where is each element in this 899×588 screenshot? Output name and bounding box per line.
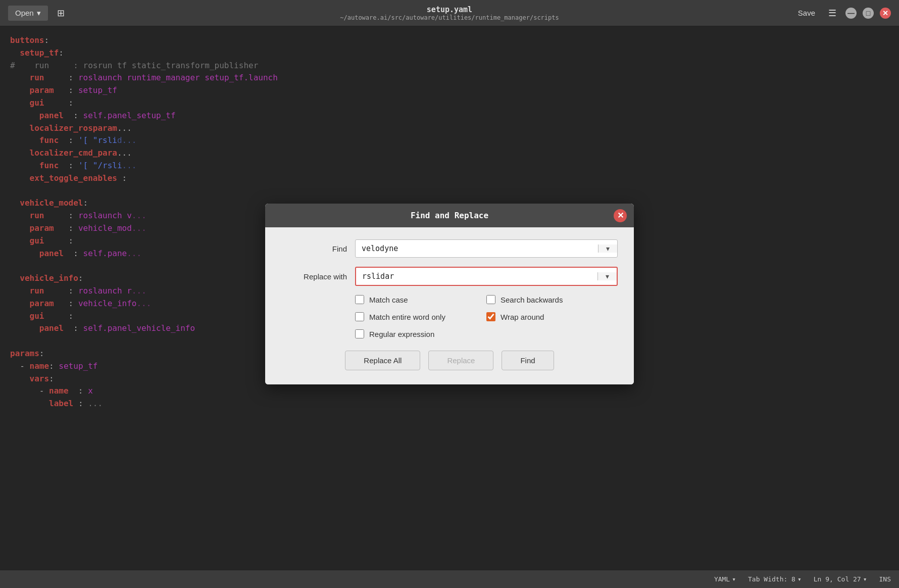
search-backwards-row[interactable]: Search backwards xyxy=(486,295,618,304)
monitor-icon[interactable]: ⊞ xyxy=(54,6,68,21)
tab-width-status[interactable]: Tab Width: 8 ▾ xyxy=(748,575,802,583)
wrap-around-checkbox[interactable] xyxy=(486,312,495,321)
open-chevron-icon: ▾ xyxy=(37,9,41,18)
match-case-label: Match case xyxy=(369,296,408,304)
language-icon: ▾ xyxy=(732,575,736,583)
options-row: Match case Match entire word only Regula… xyxy=(281,295,618,338)
ln-col-icon: ▾ xyxy=(863,575,867,583)
replace-input[interactable] xyxy=(356,268,597,285)
menu-icon[interactable]: ☰ xyxy=(825,6,839,21)
find-input[interactable] xyxy=(356,240,598,257)
language-label: YAML xyxy=(714,575,730,583)
regex-row[interactable]: Regular expression xyxy=(355,329,486,338)
find-dropdown-button[interactable]: ▾ xyxy=(598,244,617,253)
dialog-title: Find and Replace xyxy=(411,211,488,220)
dialog-close-icon: ✕ xyxy=(617,211,624,220)
option-col-right: Search backwards Wrap around xyxy=(486,295,618,338)
search-backwards-label: Search backwards xyxy=(501,296,563,304)
dialog-close-button[interactable]: ✕ xyxy=(614,209,627,222)
open-label: Open xyxy=(15,9,34,17)
wrap-around-label: Wrap around xyxy=(501,313,544,321)
match-case-row[interactable]: Match case xyxy=(355,295,486,304)
topbar-right: Save ☰ — □ ✕ xyxy=(794,6,891,21)
wrap-around-row[interactable]: Wrap around xyxy=(486,312,618,321)
match-word-checkbox[interactable] xyxy=(355,312,364,321)
window-close-button[interactable]: ✕ xyxy=(880,8,891,19)
regex-checkbox[interactable] xyxy=(355,329,364,338)
topbar: Open ▾ ⊞ setup.yaml ~/autoware.ai/src/au… xyxy=(0,0,899,26)
ins-status: INS xyxy=(879,575,891,583)
replace-all-button[interactable]: Replace All xyxy=(345,351,420,370)
find-row: Find ▾ xyxy=(281,239,618,258)
window-maximize-button[interactable]: □ xyxy=(863,8,874,19)
open-button[interactable]: Open ▾ xyxy=(8,6,48,21)
topbar-center: setup.yaml ~/autoware.ai/src/autoware/ut… xyxy=(340,5,559,21)
find-input-wrap: ▾ xyxy=(355,239,618,258)
find-label: Find xyxy=(281,244,347,253)
replace-input-wrap: ▾ xyxy=(355,267,618,286)
dialog-body: Find ▾ Replace with ▾ M xyxy=(265,227,634,384)
replace-row: Replace with ▾ xyxy=(281,267,618,286)
ln-col-status[interactable]: Ln 9, Col 27 ▾ xyxy=(814,575,867,583)
find-replace-dialog: Find and Replace ✕ Find ▾ Replace with ▾ xyxy=(265,204,634,384)
dialog-titlebar: Find and Replace ✕ xyxy=(265,204,634,227)
tab-width-label: Tab Width: 8 xyxy=(748,575,795,583)
replace-dropdown-button[interactable]: ▾ xyxy=(597,272,617,280)
search-backwards-checkbox[interactable] xyxy=(486,295,495,304)
topbar-left: Open ▾ ⊞ xyxy=(8,6,68,21)
tab-width-icon: ▾ xyxy=(797,575,802,583)
replace-dropdown-icon: ▾ xyxy=(606,272,609,280)
file-title: setup.yaml xyxy=(340,5,559,14)
ln-col-label: Ln 9, Col 27 xyxy=(814,575,861,583)
find-dropdown-icon: ▾ xyxy=(606,244,610,253)
ins-label: INS xyxy=(879,575,891,583)
file-path: ~/autoware.ai/src/autoware/utilities/run… xyxy=(340,14,559,21)
regex-label: Regular expression xyxy=(369,330,434,338)
statusbar: YAML ▾ Tab Width: 8 ▾ Ln 9, Col 27 ▾ INS xyxy=(0,570,899,588)
match-word-label: Match entire word only xyxy=(369,313,445,321)
match-word-row[interactable]: Match entire word only xyxy=(355,312,486,321)
option-col-left: Match case Match entire word only Regula… xyxy=(355,295,486,338)
replace-button[interactable]: Replace xyxy=(428,351,493,370)
match-case-checkbox[interactable] xyxy=(355,295,364,304)
window-minimize-button[interactable]: — xyxy=(845,8,857,19)
dialog-buttons: Replace All Replace Find xyxy=(281,351,618,370)
replace-label: Replace with xyxy=(281,272,347,281)
save-button[interactable]: Save xyxy=(794,7,819,19)
find-button[interactable]: Find xyxy=(502,351,554,370)
language-status[interactable]: YAML ▾ xyxy=(714,575,736,583)
